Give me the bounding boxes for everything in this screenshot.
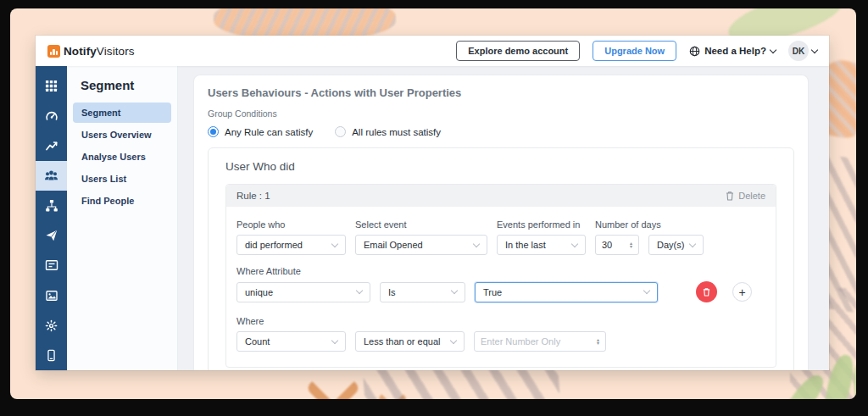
explore-demo-account-button[interactable]: Explore demo account	[456, 41, 580, 61]
add-attribute-button[interactable]: +	[732, 282, 752, 302]
globe-icon	[689, 46, 700, 57]
settings-gear-icon[interactable]	[36, 310, 67, 340]
sidebar-item-segment[interactable]: Segment	[73, 103, 171, 123]
select-event-select[interactable]: Email Opened	[355, 235, 487, 255]
dashboard-gauge-icon[interactable]	[36, 101, 67, 130]
group-conditions-radios: Any Rule can satisfy All rules must sati…	[208, 126, 794, 137]
count-operator-value: Less than or equal	[364, 336, 441, 347]
trash-icon	[726, 191, 734, 201]
remove-attribute-button[interactable]	[696, 281, 717, 302]
stepper-arrows-icon[interactable]: ▴▾	[630, 241, 632, 249]
attribute-value: unique	[245, 287, 273, 297]
app-window: NotifyVisitors Explore demo account Upgr…	[36, 36, 829, 370]
chevron-down-icon	[571, 240, 578, 247]
count-field-select[interactable]: Count	[236, 331, 346, 352]
number-of-days-value[interactable]	[602, 240, 630, 250]
radio-selected-icon[interactable]	[208, 126, 219, 137]
stepper-arrows-icon[interactable]: ▴▾	[597, 338, 599, 346]
chevron-down-icon	[770, 46, 776, 53]
rule-body: People who did performed Select event	[226, 207, 776, 367]
people-who-value: did performed	[245, 240, 303, 250]
count-field-value: Count	[245, 336, 270, 347]
where-label: Where	[236, 316, 765, 326]
where-attribute-label: Where Attribute	[236, 266, 765, 276]
brand-name: NotifyVisitors	[64, 45, 135, 58]
rule-row-event: People who did performed Select event	[236, 219, 765, 255]
events-performed-label: Events performed in	[497, 219, 586, 230]
count-number-input[interactable]: ▴▾	[474, 331, 606, 352]
select-event-label: Select event	[355, 219, 487, 230]
chevron-down-icon	[643, 287, 650, 294]
select-event-value: Email Opened	[364, 240, 423, 250]
users-group-icon[interactable]	[36, 161, 67, 191]
user-menu[interactable]: DK	[788, 41, 817, 61]
chevron-down-icon	[473, 240, 480, 247]
people-who-select[interactable]: did performed	[236, 235, 346, 255]
rule-header: Rule : 1 Delete	[226, 185, 776, 207]
rule-row-attribute: unique Is True	[236, 281, 765, 302]
brand-logo-icon	[47, 45, 60, 58]
day-unit-select[interactable]: Day(s)	[648, 235, 704, 255]
need-help-label: Need a Help?	[704, 46, 766, 56]
media-image-icon[interactable]	[36, 280, 67, 310]
rule-row-count: Count Less than or equal	[236, 331, 765, 352]
people-who-label: People who	[236, 219, 346, 230]
sidebar-item-find-people[interactable]: Find People	[73, 191, 171, 211]
radio-all-rules-label: All rules must satisfy	[352, 127, 441, 137]
segment-panel: Users Behaviours - Actions with User Pro…	[193, 75, 809, 370]
device-icon[interactable]	[36, 341, 67, 370]
sidebar-item-users-overview[interactable]: Users Overview	[73, 125, 171, 145]
user-who-did-card: User Who did Rule : 1 Delete	[208, 147, 794, 370]
attribute-select[interactable]: unique	[236, 282, 370, 302]
card-title: User Who did	[225, 160, 776, 173]
sidebar-title: Segment	[67, 75, 177, 101]
chevron-down-icon	[331, 336, 338, 343]
list-form-icon[interactable]	[36, 251, 67, 280]
count-number-value[interactable]	[481, 336, 597, 347]
delete-rule-button[interactable]: Delete	[726, 191, 765, 201]
delete-label: Delete	[738, 191, 765, 201]
attribute-value-selected: True	[483, 287, 502, 297]
number-of-days-input[interactable]: ▴▾	[595, 235, 639, 255]
top-bar: NotifyVisitors Explore demo account Upgr…	[36, 36, 829, 66]
trash-icon	[703, 287, 710, 297]
analytics-chart-icon[interactable]	[36, 131, 67, 161]
events-performed-select[interactable]: In the last	[497, 235, 586, 255]
number-of-days-label: Number of days	[595, 219, 688, 230]
chevron-down-icon	[451, 287, 458, 294]
page-title: Users Behaviours - Actions with User Pro…	[208, 86, 794, 99]
send-plane-icon[interactable]	[36, 220, 67, 250]
chevron-down-icon	[450, 336, 457, 343]
hierarchy-icon[interactable]	[36, 191, 67, 220]
group-conditions-label: Group Conditions	[208, 108, 794, 119]
chevron-down-icon	[689, 240, 696, 247]
avatar: DK	[788, 41, 809, 61]
sidebar-item-analyse-users[interactable]: Analyse Users	[73, 147, 171, 167]
attribute-operator-select[interactable]: Is	[380, 282, 465, 302]
background-decoration	[377, 384, 409, 399]
chevron-down-icon	[811, 46, 818, 53]
apps-grid-icon[interactable]	[36, 71, 67, 101]
radio-all-rules[interactable]: All rules must satisfy	[335, 126, 441, 137]
rule-title: Rule : 1	[236, 191, 270, 201]
events-performed-value: In the last	[505, 240, 546, 250]
count-operator-select[interactable]: Less than or equal	[355, 331, 465, 352]
need-help-menu[interactable]: Need a Help?	[689, 46, 776, 57]
radio-unselected-icon[interactable]	[335, 126, 346, 137]
main-content: Users Behaviours - Actions with User Pro…	[178, 66, 829, 370]
radio-any-rule-label: Any Rule can satisfy	[225, 127, 313, 137]
upgrade-now-button[interactable]: Upgrade Now	[593, 41, 676, 61]
chevron-down-icon	[356, 287, 363, 294]
attribute-operator-value: Is	[388, 287, 396, 297]
segment-sidebar: Segment Segment Users Overview Analyse U…	[67, 66, 178, 370]
day-unit-value: Day(s)	[657, 240, 684, 250]
brand-logo[interactable]: NotifyVisitors	[47, 45, 135, 58]
chevron-down-icon	[331, 240, 338, 247]
sidebar-item-users-list[interactable]: Users List	[73, 169, 171, 189]
background-decoration	[780, 370, 828, 399]
rule-card: Rule : 1 Delete	[225, 184, 776, 368]
radio-any-rule[interactable]: Any Rule can satisfy	[208, 126, 313, 137]
background-decoration	[851, 359, 856, 399]
icon-sidebar	[36, 66, 67, 370]
attribute-value-select[interactable]: True	[475, 282, 658, 302]
